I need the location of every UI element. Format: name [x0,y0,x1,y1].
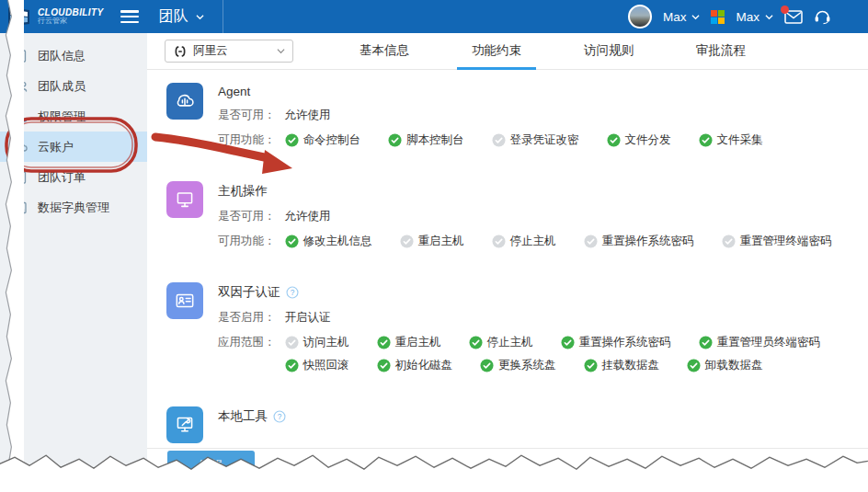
content-header: 阿里云 基本信息功能约束访问规则审批流程 [147,33,868,70]
topbar-divider [223,0,223,33]
help-icon[interactable]: ? [286,286,299,299]
value-row: 是否可用： 允许使用 [218,108,763,123]
section-双因子认证: 双因子认证 ? 是否启用： 开启认证 应用范围： 访问主机 重启主机 停止主机 … [166,282,868,373]
two-factor-icon [166,282,203,319]
feature-label: 快照回滚 [303,358,349,373]
sidebar-item-label: 团队成员 [38,78,86,95]
feature-label: 脚本控制台 [406,132,464,148]
sidebar-item-label: 数据字典管理 [38,200,109,216]
feature-停止主机: 停止主机 [469,335,533,350]
feature-访问主机: 访问主机 [285,335,349,350]
check-enabled-icon [561,336,575,349]
sections: Agent 是否可用： 允许使用 可用功能： 命令控制台 脚本控制台 登录凭证改… [147,70,868,443]
doc-icon [14,49,29,63]
row-label: 是否可用： [218,108,276,123]
sidebar-item-label: 团队信息 [38,48,86,64]
feature-label: 重置管理员终端密码 [717,335,821,350]
check-enabled-icon [377,359,391,372]
feature-重置操作系统密码: 重置操作系统密码 [561,335,671,350]
feature-文件分发: 文件分发 [607,132,671,148]
feature-label: 重置操作系统密码 [579,335,671,350]
sidebar-item-label: 云账户 [38,139,74,155]
support-button[interactable] [814,8,831,25]
workspace-grid-icon[interactable] [711,10,725,24]
team-menu[interactable]: 团队 [159,7,204,27]
tab-基本信息[interactable]: 基本信息 [347,33,422,70]
feature-label: 重置操作系统密码 [602,234,694,249]
cloud-provider-select[interactable]: 阿里云 [165,40,293,63]
row-label: 应用范围： [218,335,276,350]
sidebar-item-团队信息[interactable]: 团队信息 [0,40,147,71]
feature-登录凭证改密: 登录凭证改密 [492,132,579,148]
tab-bar: 基本信息功能约束访问规则审批流程 [328,33,777,70]
feature-停止主机: 停止主机 [492,234,556,249]
user-menu-primary[interactable]: Max [663,10,701,24]
team-menu-label: 团队 [159,7,188,27]
row-label: 是否启用： [218,310,276,326]
feature-脚本控制台: 脚本控制台 [388,132,464,148]
order-icon [14,170,29,185]
check-enabled-icon [699,336,713,349]
row-value: 允许使用 [285,108,331,123]
feature-挂载数据盘: 挂载数据盘 [584,358,660,373]
user-menu-secondary[interactable]: Max [736,10,773,24]
check-enabled-icon [285,133,299,147]
value-row: 是否可用： 允许使用 [218,209,832,224]
menu-icon[interactable] [120,10,139,23]
feature-初始化磁盘: 初始化磁盘 [377,358,453,373]
feature-label: 重置管理终端密码 [740,234,832,249]
sidebar-item-团队订单[interactable]: 团队订单 [0,162,147,192]
feature-卸载数据盘: 卸载数据盘 [687,358,763,373]
feature-label: 卸载数据盘 [705,358,763,373]
check-disabled-icon [492,133,506,147]
sidebar-item-label: 权限管理 [38,109,86,125]
feature-重置管理终端密码: 重置管理终端密码 [722,234,832,249]
check-enabled-icon [377,336,391,349]
tab-审批流程[interactable]: 审批流程 [683,33,759,70]
agent-icon [166,83,203,120]
feature-row: 可用功能： 命令控制台 脚本控制台 登录凭证改密 文件分发 文件采集 [218,132,763,148]
feature-文件采集: 文件采集 [699,132,763,148]
feature-label: 停止主机 [487,335,533,350]
row-label: 可用功能： [218,234,276,249]
check-enabled-icon [687,359,701,372]
row-value: 开启认证 [285,310,331,326]
feature-label: 文件分发 [625,132,671,148]
edit-button[interactable]: 编辑 [167,451,255,480]
feature-row: 应用范围： 访问主机 重启主机 停止主机 重置操作系统密码 重置管理员终端密码 … [218,335,868,373]
messages-button[interactable] [784,10,803,24]
user-primary-label: Max [663,10,687,24]
unread-badge [781,6,789,14]
check-enabled-icon [480,359,494,372]
feature-label: 挂载数据盘 [602,358,660,373]
check-enabled-icon [607,133,621,147]
check-enabled-icon [285,235,299,248]
sidebar-item-云账户[interactable]: 云账户 [0,132,147,162]
help-icon[interactable]: ? [273,410,286,423]
user-gear-icon [14,109,29,124]
people-icon [14,79,29,94]
feature-label: 初始化磁盘 [395,358,453,373]
topbar: CLOUDBILITY 行云管家 团队 Max Max [0,0,868,33]
tab-访问规则[interactable]: 访问规则 [571,33,646,70]
feature-快照回滚: 快照回滚 [285,358,349,373]
provider-select-value: 阿里云 [193,43,228,59]
dictionary-icon [14,200,29,215]
user-secondary-label: Max [736,10,760,24]
headset-icon [814,8,831,25]
sidebar-item-权限管理[interactable]: 权限管理 [0,101,147,132]
tab-功能约束[interactable]: 功能约束 [459,33,534,70]
screenshot-stage: CLOUDBILITY 行云管家 团队 Max Max [0,0,868,492]
feature-命令控制台: 命令控制台 [285,132,361,148]
footer-bar: 编辑 [147,448,868,480]
svg-text:?: ? [278,412,282,421]
avatar[interactable] [628,5,652,29]
chevron-down-icon [691,13,700,21]
check-disabled-icon [722,235,736,248]
sidebar-item-数据字典管理[interactable]: 数据字典管理 [0,192,147,223]
brand-subtitle: 行云管家 [38,17,104,25]
check-enabled-icon [469,336,483,349]
row-label: 是否可用： [218,209,276,224]
feature-重启主机: 重启主机 [377,335,441,350]
sidebar-item-团队成员[interactable]: 团队成员 [0,71,147,101]
